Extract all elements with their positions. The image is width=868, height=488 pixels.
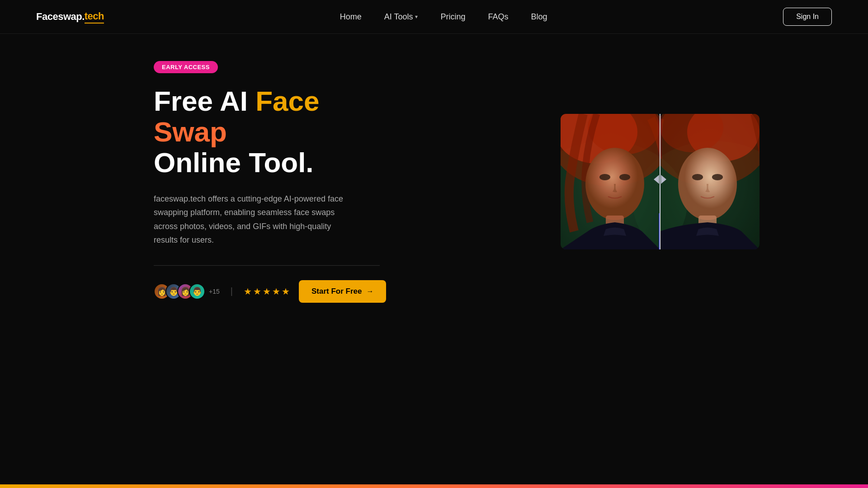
hero-title-part2: Online Tool. (154, 147, 314, 178)
navbar: Faceswap.tech Home AI Tools ▾ Pricing FA… (0, 0, 868, 34)
nav-link-faqs[interactable]: FAQs (488, 12, 508, 21)
arrow-right-icon: → (366, 287, 373, 296)
bottom-bar (0, 484, 868, 488)
avatar-count: +15 (209, 288, 220, 295)
avatar-group: 👩 👨 👩 👨 +15 (154, 283, 220, 300)
nav-link-home[interactable]: Home (340, 12, 362, 21)
nav-links: Home AI Tools ▾ Pricing FAQs Blog (340, 12, 547, 22)
rating-divider: | (231, 286, 233, 296)
avatar: 👨 (189, 283, 205, 300)
comparison-image (561, 114, 760, 249)
nav-item-faqs[interactable]: FAQs (488, 12, 508, 22)
star-rating: ★ ★ ★ ★ ★ (244, 286, 290, 297)
star-2: ★ (253, 286, 261, 297)
nav-link-blog[interactable]: Blog (531, 12, 547, 21)
hero-title-part1: Free AI (154, 85, 255, 117)
nav-item-home[interactable]: Home (340, 12, 362, 22)
chevron-down-icon: ▾ (415, 14, 418, 20)
nav-item-blog[interactable]: Blog (531, 12, 547, 22)
start-free-label: Start For Free (311, 287, 362, 296)
logo-prefix: Faceswap. (36, 11, 85, 23)
hero-divider (154, 265, 380, 266)
hero-title: Free AI Face SwapOnline Tool. (154, 86, 380, 178)
logo[interactable]: Faceswap.tech (36, 10, 104, 23)
start-for-free-button[interactable]: Start For Free → (299, 280, 386, 303)
hero-cta-row: 👩 👨 👩 👨 +15 | ★ ★ ★ ★ ★ (154, 280, 380, 303)
hero-content: EARLY ACCESS Free AI Face SwapOnline Too… (154, 61, 380, 303)
hero-title-swap: Swap (154, 116, 227, 147)
star-3: ★ (263, 286, 271, 297)
star-5: ★ (282, 286, 290, 297)
nav-link-pricing[interactable]: Pricing (440, 12, 465, 21)
svg-point-11 (619, 174, 630, 180)
star-4: ★ (272, 286, 280, 297)
nav-item-ai-tools[interactable]: AI Tools ▾ (384, 12, 418, 22)
nav-item-pricing[interactable]: Pricing (440, 12, 465, 22)
hero-description: faceswap.tech offers a cutting-edge AI-p… (154, 192, 348, 247)
hero-title-face: Face (255, 85, 319, 117)
nav-link-ai-tools[interactable]: AI Tools ▾ (384, 12, 418, 22)
svg-point-18 (712, 174, 723, 180)
logo-highlight: tech (85, 10, 104, 23)
hero-section: EARLY ACCESS Free AI Face SwapOnline Too… (0, 34, 868, 330)
star-1: ★ (244, 286, 252, 297)
svg-point-10 (599, 174, 610, 180)
svg-point-17 (692, 174, 703, 180)
hero-image-area (561, 114, 760, 249)
sign-in-button[interactable]: Sign In (783, 8, 832, 26)
face-swap-comparison (561, 114, 760, 249)
early-access-badge: EARLY ACCESS (154, 61, 218, 73)
